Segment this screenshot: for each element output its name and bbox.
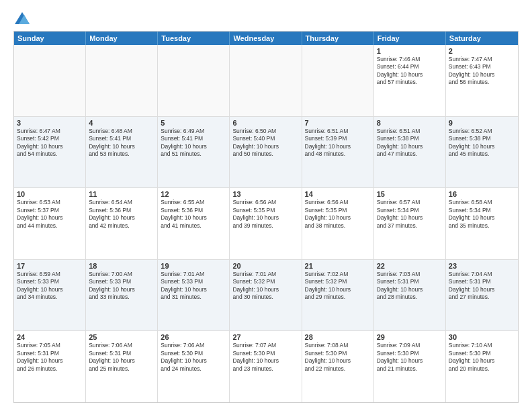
day-info: Sunrise: 6:54 AM Sunset: 5:36 PM Dayligh… [89, 199, 154, 230]
day-info: Sunrise: 7:06 AM Sunset: 5:31 PM Dayligh… [89, 342, 154, 373]
calendar-header-cell: Thursday [302, 32, 374, 45]
day-number: 16 [449, 190, 515, 198]
calendar-cell: 19Sunrise: 7:01 AM Sunset: 5:33 PM Dayli… [158, 260, 230, 331]
calendar-row: 10Sunrise: 6:53 AM Sunset: 5:37 PM Dayli… [14, 188, 518, 260]
calendar-cell: 8Sunrise: 6:51 AM Sunset: 5:38 PM Daylig… [374, 117, 446, 188]
calendar-cell: 22Sunrise: 7:03 AM Sunset: 5:31 PM Dayli… [374, 260, 446, 331]
day-info: Sunrise: 7:47 AM Sunset: 6:43 PM Dayligh… [449, 56, 515, 87]
calendar-cell [230, 45, 302, 116]
day-info: Sunrise: 6:50 AM Sunset: 5:40 PM Dayligh… [232, 128, 298, 158]
day-number: 1 [377, 47, 443, 55]
day-info: Sunrise: 6:55 AM Sunset: 5:36 PM Dayligh… [161, 199, 226, 230]
calendar-header-cell: Sunday [14, 32, 86, 45]
day-info: Sunrise: 6:49 AM Sunset: 5:41 PM Dayligh… [161, 128, 226, 158]
calendar-cell: 17Sunrise: 6:59 AM Sunset: 5:33 PM Dayli… [14, 260, 86, 331]
calendar-cell: 13Sunrise: 6:56 AM Sunset: 5:35 PM Dayli… [230, 188, 302, 259]
calendar-cell [14, 45, 86, 116]
logo [13, 11, 30, 24]
day-info: Sunrise: 6:52 AM Sunset: 5:38 PM Dayligh… [449, 128, 515, 158]
calendar-cell: 27Sunrise: 7:07 AM Sunset: 5:30 PM Dayli… [230, 331, 302, 402]
calendar-cell: 3Sunrise: 6:47 AM Sunset: 5:42 PM Daylig… [14, 117, 86, 188]
day-info: Sunrise: 7:07 AM Sunset: 5:30 PM Dayligh… [232, 342, 298, 373]
day-number: 11 [89, 190, 154, 198]
day-info: Sunrise: 7:01 AM Sunset: 5:32 PM Dayligh… [232, 271, 298, 302]
day-info: Sunrise: 7:03 AM Sunset: 5:31 PM Dayligh… [377, 271, 443, 302]
day-info: Sunrise: 6:48 AM Sunset: 5:41 PM Dayligh… [89, 128, 154, 158]
page: SundayMondayTuesdayWednesdayThursdayFrid… [0, 0, 532, 411]
calendar-cell: 12Sunrise: 6:55 AM Sunset: 5:36 PM Dayli… [158, 188, 230, 259]
calendar-cell: 28Sunrise: 7:08 AM Sunset: 5:30 PM Dayli… [302, 331, 374, 402]
calendar-cell: 16Sunrise: 6:58 AM Sunset: 5:34 PM Dayli… [446, 188, 518, 259]
calendar-cell: 21Sunrise: 7:02 AM Sunset: 5:32 PM Dayli… [302, 260, 374, 331]
day-number: 28 [305, 333, 371, 341]
header [13, 11, 519, 24]
calendar-cell: 24Sunrise: 7:05 AM Sunset: 5:31 PM Dayli… [14, 331, 86, 402]
day-number: 10 [17, 190, 83, 198]
day-number: 23 [449, 262, 515, 270]
calendar-cell: 26Sunrise: 7:06 AM Sunset: 5:30 PM Dayli… [158, 331, 230, 402]
day-number: 4 [89, 119, 154, 127]
day-number: 29 [377, 333, 443, 341]
calendar-row: 1Sunrise: 7:46 AM Sunset: 6:44 PM Daylig… [14, 45, 518, 117]
day-number: 13 [232, 190, 298, 198]
day-info: Sunrise: 7:10 AM Sunset: 5:30 PM Dayligh… [449, 342, 515, 373]
day-info: Sunrise: 7:02 AM Sunset: 5:32 PM Dayligh… [305, 271, 371, 302]
calendar-header: SundayMondayTuesdayWednesdayThursdayFrid… [14, 32, 518, 45]
day-number: 2 [449, 47, 515, 55]
day-info: Sunrise: 7:04 AM Sunset: 5:31 PM Dayligh… [449, 271, 515, 302]
calendar-cell: 2Sunrise: 7:47 AM Sunset: 6:43 PM Daylig… [446, 45, 518, 116]
calendar-cell: 1Sunrise: 7:46 AM Sunset: 6:44 PM Daylig… [374, 45, 446, 116]
calendar-cell: 11Sunrise: 6:54 AM Sunset: 5:36 PM Dayli… [86, 188, 158, 259]
calendar-header-cell: Wednesday [230, 32, 302, 45]
calendar: SundayMondayTuesdayWednesdayThursdayFrid… [13, 31, 519, 403]
day-number: 8 [377, 119, 443, 127]
calendar-cell: 20Sunrise: 7:01 AM Sunset: 5:32 PM Dayli… [230, 260, 302, 331]
day-info: Sunrise: 7:09 AM Sunset: 5:30 PM Dayligh… [377, 342, 443, 373]
calendar-cell: 7Sunrise: 6:51 AM Sunset: 5:39 PM Daylig… [302, 117, 374, 188]
day-info: Sunrise: 6:47 AM Sunset: 5:42 PM Dayligh… [17, 128, 83, 158]
day-number: 9 [449, 119, 515, 127]
day-number: 19 [161, 262, 226, 270]
calendar-cell: 29Sunrise: 7:09 AM Sunset: 5:30 PM Dayli… [374, 331, 446, 402]
calendar-cell: 30Sunrise: 7:10 AM Sunset: 5:30 PM Dayli… [446, 331, 518, 402]
calendar-cell: 5Sunrise: 6:49 AM Sunset: 5:41 PM Daylig… [158, 117, 230, 188]
day-info: Sunrise: 6:59 AM Sunset: 5:33 PM Dayligh… [17, 271, 83, 302]
day-info: Sunrise: 6:57 AM Sunset: 5:34 PM Dayligh… [377, 199, 443, 230]
calendar-cell: 18Sunrise: 7:00 AM Sunset: 5:33 PM Dayli… [86, 260, 158, 331]
day-info: Sunrise: 7:05 AM Sunset: 5:31 PM Dayligh… [17, 342, 83, 373]
calendar-cell: 25Sunrise: 7:06 AM Sunset: 5:31 PM Dayli… [86, 331, 158, 402]
day-number: 26 [161, 333, 226, 341]
calendar-cell [302, 45, 374, 116]
calendar-row: 17Sunrise: 6:59 AM Sunset: 5:33 PM Dayli… [14, 260, 518, 332]
day-info: Sunrise: 7:08 AM Sunset: 5:30 PM Dayligh… [305, 342, 371, 373]
day-number: 14 [305, 190, 371, 198]
day-number: 30 [449, 333, 515, 341]
calendar-header-cell: Saturday [446, 32, 518, 45]
calendar-header-cell: Monday [86, 32, 158, 45]
day-info: Sunrise: 7:46 AM Sunset: 6:44 PM Dayligh… [377, 56, 443, 87]
day-number: 20 [232, 262, 298, 270]
day-number: 18 [89, 262, 154, 270]
calendar-cell [86, 45, 158, 116]
day-number: 5 [161, 119, 226, 127]
day-number: 15 [377, 190, 443, 198]
day-info: Sunrise: 6:58 AM Sunset: 5:34 PM Dayligh… [449, 199, 515, 230]
calendar-header-cell: Tuesday [158, 32, 230, 45]
day-info: Sunrise: 6:51 AM Sunset: 5:39 PM Dayligh… [305, 128, 371, 158]
day-number: 27 [232, 333, 298, 341]
day-number: 3 [17, 119, 83, 127]
calendar-cell: 9Sunrise: 6:52 AM Sunset: 5:38 PM Daylig… [446, 117, 518, 188]
calendar-cell: 4Sunrise: 6:48 AM Sunset: 5:41 PM Daylig… [86, 117, 158, 188]
day-info: Sunrise: 7:06 AM Sunset: 5:30 PM Dayligh… [161, 342, 226, 373]
day-number: 21 [305, 262, 371, 270]
calendar-header-cell: Friday [374, 32, 446, 45]
calendar-cell: 10Sunrise: 6:53 AM Sunset: 5:37 PM Dayli… [14, 188, 86, 259]
calendar-cell: 14Sunrise: 6:56 AM Sunset: 5:35 PM Dayli… [302, 188, 374, 259]
day-number: 22 [377, 262, 443, 270]
day-number: 25 [89, 333, 154, 341]
day-number: 6 [232, 119, 298, 127]
calendar-cell: 6Sunrise: 6:50 AM Sunset: 5:40 PM Daylig… [230, 117, 302, 188]
day-number: 12 [161, 190, 226, 198]
day-info: Sunrise: 6:56 AM Sunset: 5:35 PM Dayligh… [232, 199, 298, 230]
day-number: 17 [17, 262, 83, 270]
